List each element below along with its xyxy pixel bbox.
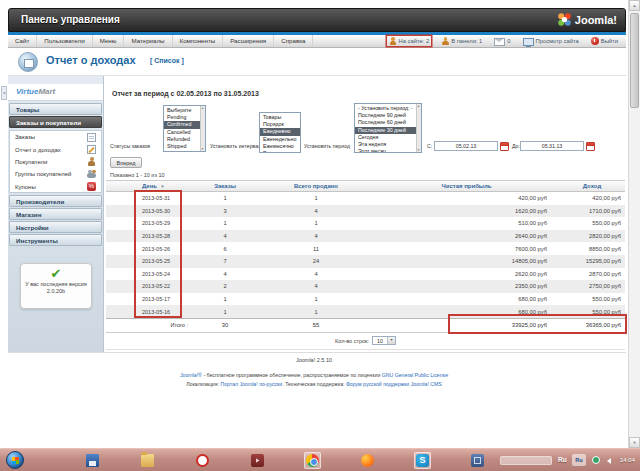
chrome-icon [306,454,319,467]
calendar-icon[interactable] [586,142,595,151]
listbox-option[interactable]: Порядок [260,121,300,128]
status-label: На сайте: 2 [399,38,430,44]
listbox-option[interactable]: Товары [260,114,300,121]
menu-item-пользователи[interactable]: Пользователи [37,35,92,47]
date-from-input[interactable] [434,141,498,151]
forward-button[interactable]: Вперед [110,157,142,168]
volume-icon[interactable] [604,458,611,464]
sidebar-section-2[interactable]: Настройки [9,221,102,233]
listbox-option[interactable]: Ежемесячно [260,143,300,150]
listbox-option[interactable]: Выберите [164,107,205,114]
status-logout[interactable]: Выйти [589,36,620,46]
taskbar-media-button[interactable] [249,452,266,469]
menu-item-материалы[interactable]: Материалы [124,35,172,47]
table-row: 2013-05-266117600,00 руб8850,00 руб [106,242,625,255]
status-preview[interactable]: Просмотр сайта [521,36,581,47]
sidebar-section-3[interactable]: Инструменты [9,234,102,246]
column-header-1[interactable]: Заказы [192,183,258,189]
page-scrollbar[interactable]: ▲ ▼ [628,0,640,448]
tray-language-label[interactable]: Ru [558,456,567,463]
listbox-option[interactable]: Ежедневно [260,128,300,135]
date-to-input[interactable] [520,141,584,151]
taskbar-app-button[interactable] [469,452,486,469]
listbox-option[interactable]: - Установить период: - [355,105,421,112]
menu-item-сайт[interactable]: Сайт [8,35,37,47]
listbox-option[interactable]: Confirmed [164,121,205,128]
listbox-scrollbar[interactable] [416,104,421,152]
listbox-option[interactable]: Последние 90 дней [355,112,421,119]
scroll-down-icon[interactable]: ▼ [629,437,640,448]
listbox-option[interactable]: Shipped [164,143,205,150]
calendar-icon[interactable] [500,142,509,151]
sidebar-item-orders[interactable]: Заказы [10,131,101,143]
admin-menubar: СайтПользователиМенюМатериалыКомпонентыР… [8,35,626,48]
tray-clock[interactable]: 14:04 [620,457,635,463]
sidebar-section-1[interactable]: Магазин [9,208,102,220]
taskbar-folder-button[interactable] [139,452,156,469]
interval-filter-label: Установить интервал [210,143,261,149]
column-header-0[interactable]: День ▼ [106,183,192,189]
pagination-bar: Кол-во строк: 10 ▼ [106,333,625,350]
listbox-option[interactable]: Еженедельно [260,136,300,143]
footer-link[interactable]: Портал Joomla! по-русски [220,381,282,387]
table-row: 2013-05-2572414805,00 руб15295,00 руб [106,255,625,268]
listbox-option[interactable]: Ежегодно [260,150,300,153]
footer-link[interactable]: Joomla!® [180,372,202,378]
taskbar-skype-button[interactable] [414,452,431,469]
taskbar-chrome-button[interactable] [304,452,321,469]
cell-orders: 1 [192,220,258,226]
listbox-option[interactable]: Эта неделя [355,141,421,148]
sidebar-section-0[interactable]: Производители [9,195,102,207]
listbox-option[interactable]: Refunded [164,136,205,143]
content-bottom-border [8,352,626,353]
cell-profit: 420,00 руб [374,195,559,201]
sidebar-item-groups[interactable]: Группы покупателей [10,168,101,180]
taskbar-firefox-button[interactable] [359,452,376,469]
sidebar-section-products[interactable]: Товары [9,103,102,115]
rows-per-page-select[interactable]: 10 ▼ [372,336,396,345]
interval-listbox[interactable]: ТоварыПорядокЕжедневноЕженедельноЕжемеся… [259,112,301,153]
cell-orders: 1 [192,309,258,315]
menu-item-меню[interactable]: Меню [93,35,125,47]
listbox-option[interactable]: Последние 60 дней [355,119,421,126]
tray-status-icon[interactable] [592,456,600,464]
footer-link[interactable]: GNU General Public License [382,372,448,378]
column-header-2[interactable]: Всего продано [258,183,374,189]
version-note: У вас последняя версия 2.0.20b [21,281,91,295]
scrollbar-thumb[interactable] [630,13,639,108]
status-message[interactable]: 0 [492,36,512,47]
sidebar-collapse-handle[interactable]: ◂ [1,86,7,100]
sidebar-item-shoppers[interactable]: Покупатели [10,156,101,168]
tray-widget[interactable] [500,456,552,465]
table-row: 2013-05-28442640,00 руб2820,00 руб [106,230,625,243]
column-header-4[interactable]: Доход [559,183,625,189]
sidebar-section-orders[interactable]: Заказы и покупатели [9,116,102,128]
sidebar-item-report[interactable]: Отчет о доходах [10,143,101,155]
cell-income: 2870,00 руб [559,271,625,277]
chevron-down-icon: ▼ [387,337,395,344]
sidebar-item-coupons[interactable]: Купоны [10,181,101,193]
cell-orders: 4 [192,271,258,277]
listbox-scrollbar[interactable] [200,106,205,151]
column-header-3[interactable]: Чистая прибыль [374,183,559,189]
status-user[interactable]: В панели: 1 [439,36,484,46]
menu-item-компоненты[interactable]: Компоненты [173,35,224,47]
start-button[interactable] [6,451,24,469]
listbox-option[interactable]: Pending [164,114,205,121]
listbox-option[interactable]: Сегодня [355,134,421,141]
cell-profit: 680,00 руб [374,296,559,302]
listbox-option[interactable]: Cancelled [164,129,205,136]
taskbar-save-button[interactable] [84,452,101,469]
scroll-up-icon[interactable]: ▲ [629,0,640,11]
listbox-option[interactable]: Последние 30 дней [355,127,421,134]
footer-link[interactable]: Форум русской поддержки Joomla! CMS [346,381,442,387]
tray-language-badge[interactable]: Ru [572,454,586,466]
menu-item-справка[interactable]: Справка [274,35,313,47]
message-icon [494,38,505,46]
listbox-option[interactable]: Этот месяц [355,148,421,153]
order-status-listbox[interactable]: ВыберитеPendingConfirmedCancelledRefunde… [163,105,206,152]
status-user[interactable]: На сайте: 2 [387,36,432,46]
menu-item-расширения[interactable]: Расширения [223,35,274,47]
period-listbox[interactable]: - Установить период: -Последние 90 днейП… [354,103,422,153]
taskbar-opera-button[interactable] [194,452,211,469]
